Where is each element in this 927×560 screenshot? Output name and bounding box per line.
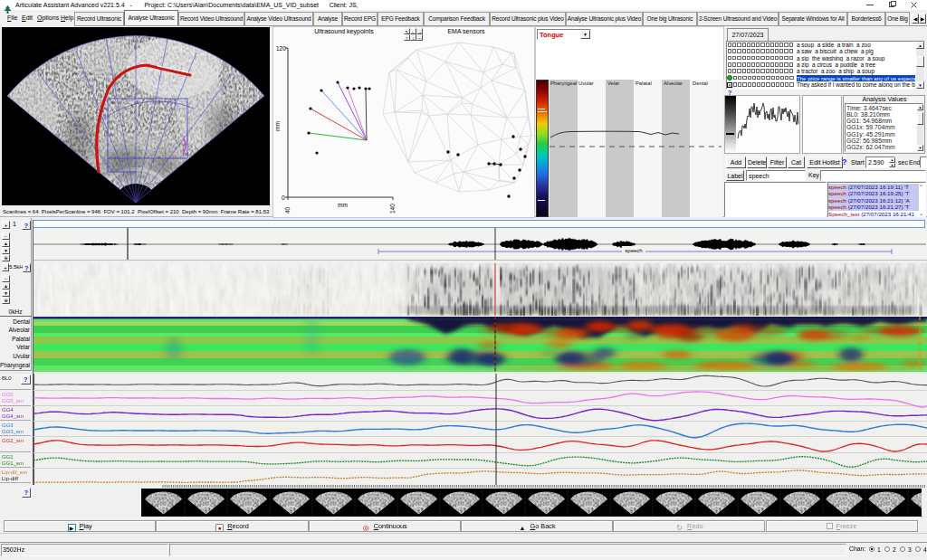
svg-text:mm: mm (338, 202, 348, 208)
svg-text:mm: mm (274, 121, 281, 131)
svg-text:speech: speech (625, 248, 642, 253)
svg-text:0: 0 (282, 195, 285, 201)
svg-text:40: 40 (284, 206, 291, 214)
svg-text:120: 120 (276, 45, 286, 52)
